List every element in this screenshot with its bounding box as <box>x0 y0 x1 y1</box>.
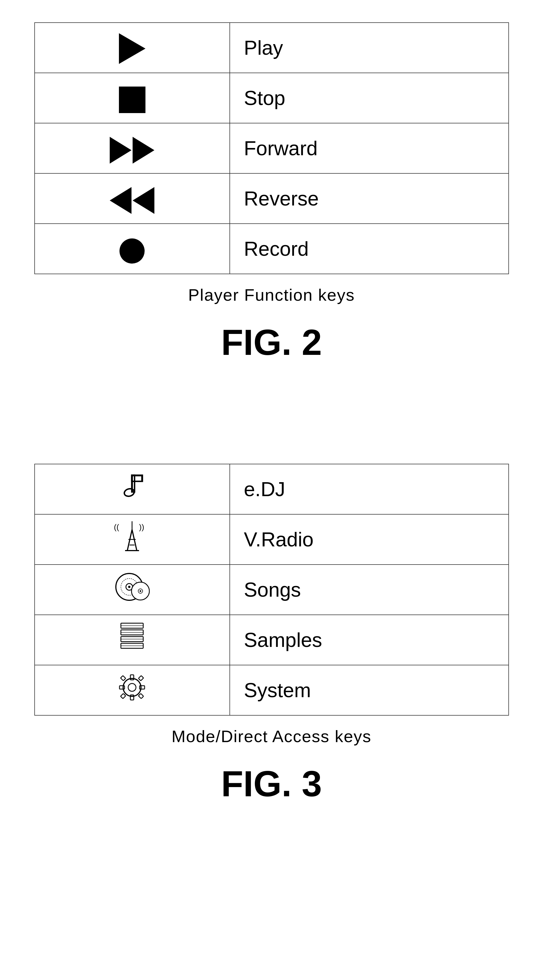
svg-rect-36 <box>139 675 143 681</box>
samples-icon-cell <box>35 615 230 665</box>
play-label: Play <box>244 37 283 59</box>
play-icon <box>119 33 145 64</box>
table-row: Record <box>35 224 509 274</box>
svg-rect-32 <box>131 695 134 700</box>
stop-label: Stop <box>244 87 285 109</box>
edj-icon-cell <box>35 464 230 514</box>
reverse-icon <box>110 187 154 214</box>
table-row: System <box>35 665 509 715</box>
svg-rect-4 <box>132 475 133 492</box>
songs-label-cell: Songs <box>230 565 509 615</box>
fig2-caption: Player Function keys <box>188 285 355 305</box>
svg-point-29 <box>123 678 141 696</box>
songs-icon-cell <box>35 565 230 615</box>
forward-label: Forward <box>244 137 318 159</box>
svg-text:)): )) <box>139 523 144 531</box>
fig3-caption: Mode/Direct Access keys <box>171 727 371 746</box>
reverse-arrow-1 <box>110 187 132 214</box>
forward-arrow-1 <box>110 137 132 164</box>
songs-label: Songs <box>244 579 301 601</box>
svg-rect-33 <box>119 686 124 689</box>
forward-arrow-2 <box>132 137 154 164</box>
table-row: Forward <box>35 123 509 173</box>
table-row: e.DJ <box>35 464 509 514</box>
play-label-cell: Play <box>230 22 509 73</box>
table-row: Reverse <box>35 173 509 224</box>
disc-icon <box>113 571 151 608</box>
gear-icon <box>117 672 147 709</box>
svg-rect-3 <box>132 475 142 476</box>
svg-point-16 <box>128 586 131 588</box>
music-note-icon <box>119 473 145 506</box>
record-label: Record <box>244 238 309 260</box>
samples-label-cell: Samples <box>230 615 509 665</box>
record-icon-cell <box>35 224 230 274</box>
stop-icon-cell <box>35 73 230 123</box>
svg-point-30 <box>128 684 136 691</box>
forward-icon <box>110 137 154 164</box>
svg-rect-34 <box>140 686 145 689</box>
stop-icon <box>119 87 145 113</box>
system-label-cell: System <box>230 665 509 715</box>
forward-icon-cell <box>35 123 230 173</box>
vradio-label-cell: V.Radio <box>230 514 509 565</box>
reverse-label-cell: Reverse <box>230 173 509 224</box>
table-row: Stop <box>35 73 509 123</box>
radio-tower-icon: (( )) <box>114 520 150 559</box>
stack-icon <box>118 620 146 660</box>
record-label-cell: Record <box>230 224 509 274</box>
svg-text:((: (( <box>114 523 119 531</box>
svg-rect-31 <box>131 675 134 680</box>
fig3-label: FIG. 3 <box>221 763 322 805</box>
forward-label-cell: Forward <box>230 123 509 173</box>
svg-line-8 <box>127 530 132 550</box>
svg-rect-35 <box>121 675 126 681</box>
svg-point-20 <box>140 590 141 592</box>
reverse-label: Reverse <box>244 187 319 210</box>
player-function-table: Play Stop <box>34 22 509 274</box>
table-row: Play <box>35 22 509 73</box>
mode-access-table: e.DJ (( )) <box>34 464 509 716</box>
fig2-section: Play Stop <box>34 22 509 386</box>
record-icon <box>119 239 145 264</box>
svg-line-9 <box>132 530 137 550</box>
table-row: Songs <box>35 565 509 615</box>
svg-rect-5 <box>141 475 142 481</box>
play-icon-cell <box>35 22 230 73</box>
svg-rect-38 <box>139 693 143 698</box>
system-label: System <box>244 679 311 702</box>
reverse-arrow-2 <box>132 187 154 214</box>
fig3-section: e.DJ (( )) <box>34 464 509 827</box>
stop-label-cell: Stop <box>230 73 509 123</box>
table-row: Samples <box>35 615 509 665</box>
vradio-label: V.Radio <box>244 528 314 550</box>
table-row: (( )) <box>35 514 509 565</box>
samples-label: Samples <box>244 629 322 651</box>
reverse-icon-cell <box>35 173 230 224</box>
edj-label-cell: e.DJ <box>230 464 509 514</box>
system-icon-cell <box>35 665 230 715</box>
edj-label: e.DJ <box>244 478 285 500</box>
vradio-icon-cell: (( )) <box>35 514 230 565</box>
svg-rect-37 <box>121 693 126 698</box>
fig2-label: FIG. 2 <box>221 321 322 363</box>
